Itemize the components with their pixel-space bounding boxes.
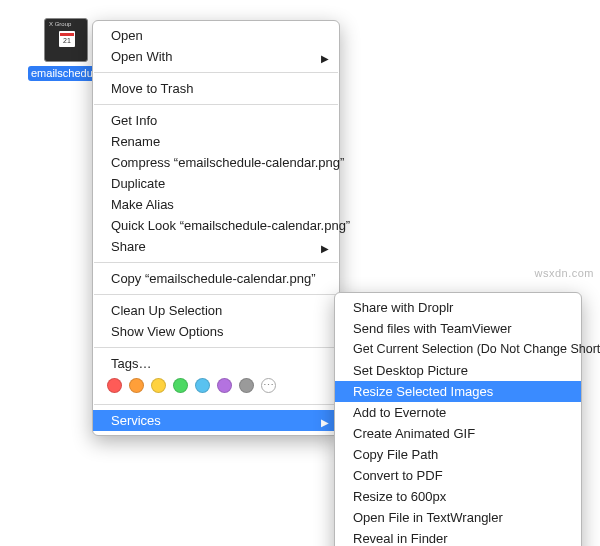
menu-separator [94, 262, 338, 263]
tag-red[interactable] [107, 378, 122, 393]
watermark: wsxdn.com [534, 267, 594, 279]
tag-orange[interactable] [129, 378, 144, 393]
menu-make-alias[interactable]: Make Alias [93, 194, 339, 215]
file-icon[interactable]: X Group 21 emailschedule-calendar.p [42, 18, 90, 81]
menu-view-options[interactable]: Show View Options [93, 321, 339, 342]
menu-rename[interactable]: Rename [93, 131, 339, 152]
submenu-copy-path[interactable]: Copy File Path [335, 444, 581, 465]
submenu-droplr[interactable]: Share with Droplr [335, 297, 581, 318]
menu-separator [94, 72, 338, 73]
tag-blue[interactable] [195, 378, 210, 393]
menu-open[interactable]: Open [93, 25, 339, 46]
tag-purple[interactable] [217, 378, 232, 393]
chevron-right-icon: ▶ [321, 50, 329, 67]
menu-separator [94, 104, 338, 105]
menu-open-with-label: Open With [111, 49, 172, 64]
menu-clean-up[interactable]: Clean Up Selection [93, 300, 339, 321]
tags-row: ⋯ [93, 374, 339, 399]
context-menu: Open Open With ▶ Move to Trash Get Info … [92, 20, 340, 436]
menu-separator [94, 404, 338, 405]
submenu-resize-600[interactable]: Resize to 600px [335, 486, 581, 507]
submenu-resize-selected[interactable]: Resize Selected Images [335, 381, 581, 402]
tag-gray[interactable] [239, 378, 254, 393]
menu-separator [94, 347, 338, 348]
menu-separator [94, 294, 338, 295]
menu-trash[interactable]: Move to Trash [93, 78, 339, 99]
menu-get-info[interactable]: Get Info [93, 110, 339, 131]
submenu-reveal-finder[interactable]: Reveal in Finder [335, 528, 581, 546]
menu-quick-look[interactable]: Quick Look “emailschedule-calendar.png” [93, 215, 339, 236]
thumb-caption: X Group [49, 21, 71, 27]
calendar-icon [60, 33, 74, 36]
submenu-get-selection[interactable]: Get Current Selection (Do Not Change Sho… [335, 339, 581, 360]
tag-green[interactable] [173, 378, 188, 393]
submenu-teamviewer[interactable]: Send files with TeamViewer [335, 318, 581, 339]
menu-share-label: Share [111, 239, 146, 254]
submenu-textwrangler[interactable]: Open File in TextWrangler [335, 507, 581, 528]
menu-services-label: Services [111, 413, 161, 428]
file-name-label[interactable]: emailschedule-calendar.p [28, 66, 100, 81]
chevron-right-icon: ▶ [321, 240, 329, 257]
menu-open-with[interactable]: Open With ▶ [93, 46, 339, 67]
menu-copy[interactable]: Copy “emailschedule-calendar.png” [93, 268, 339, 289]
submenu-pdf[interactable]: Convert to PDF [335, 465, 581, 486]
services-submenu: Share with Droplr Send files with TeamVi… [334, 292, 582, 546]
chevron-right-icon: ▶ [321, 414, 329, 431]
submenu-gif[interactable]: Create Animated GIF [335, 423, 581, 444]
calendar-day: 21 [63, 37, 71, 44]
menu-tags[interactable]: Tags… [93, 353, 339, 374]
tag-yellow[interactable] [151, 378, 166, 393]
tag-add-button[interactable]: ⋯ [261, 378, 276, 393]
submenu-evernote[interactable]: Add to Evernote [335, 402, 581, 423]
file-thumbnail: X Group 21 [44, 18, 88, 62]
submenu-set-desktop[interactable]: Set Desktop Picture [335, 360, 581, 381]
menu-share[interactable]: Share ▶ [93, 236, 339, 257]
menu-services[interactable]: Services ▶ [93, 410, 339, 431]
menu-compress[interactable]: Compress “emailschedule-calendar.png” [93, 152, 339, 173]
menu-duplicate[interactable]: Duplicate [93, 173, 339, 194]
